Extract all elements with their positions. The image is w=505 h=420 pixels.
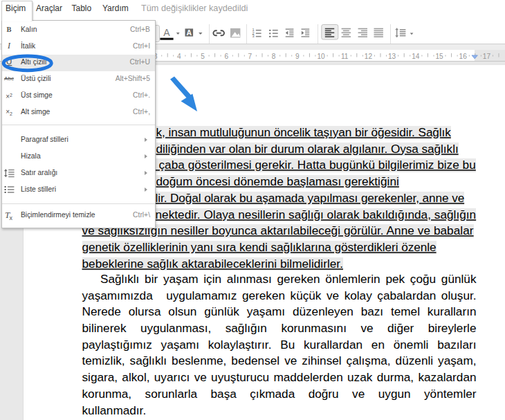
svg-text:8: 8 bbox=[272, 53, 276, 60]
svg-text:3: 3 bbox=[252, 34, 254, 38]
svg-text:4: 4 bbox=[177, 53, 181, 60]
svg-text:A: A bbox=[163, 27, 170, 38]
svg-text:16: 16 bbox=[459, 53, 468, 60]
svg-text:11: 11 bbox=[341, 53, 349, 60]
svg-text:9: 9 bbox=[295, 53, 300, 60]
svg-text:12: 12 bbox=[365, 53, 373, 60]
svg-text:13: 13 bbox=[388, 53, 396, 60]
svg-text:17: 17 bbox=[483, 53, 491, 60]
svg-text:10: 10 bbox=[317, 53, 325, 60]
svg-text:7: 7 bbox=[248, 53, 252, 60]
svg-text:A: A bbox=[187, 28, 192, 37]
svg-text:5: 5 bbox=[201, 53, 205, 60]
svg-text:14: 14 bbox=[412, 53, 420, 60]
svg-text:x: x bbox=[10, 214, 13, 221]
svg-text:6: 6 bbox=[224, 53, 228, 60]
svg-text:15: 15 bbox=[435, 53, 443, 60]
